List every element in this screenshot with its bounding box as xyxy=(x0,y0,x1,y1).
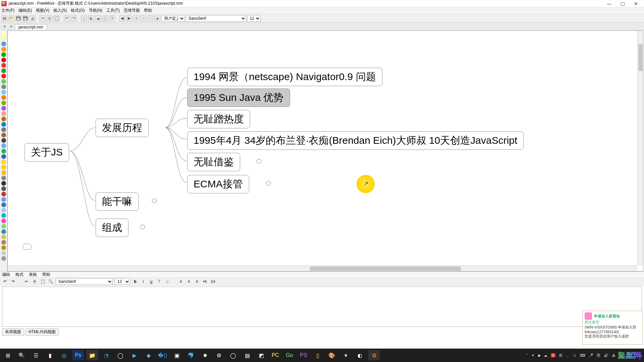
note-align-left-icon[interactable]: ≡ xyxy=(178,279,184,285)
mindmap-node-selected[interactable]: 1995 Sun Java 优势 xyxy=(187,88,290,107)
mindmap-node[interactable]: 1994 网景（netscape) Navigator0.9 问题 xyxy=(187,68,382,86)
note-menu-table[interactable]: 表格 xyxy=(29,272,37,278)
note-clear-icon[interactable]: ⦸ xyxy=(164,279,170,285)
palette-icon[interactable] xyxy=(1,47,6,52)
collapse-handle-icon[interactable] xyxy=(152,198,157,203)
ime-punct-icon[interactable]: ， xyxy=(566,353,570,358)
note-color-icon[interactable]: T xyxy=(156,279,162,285)
document-tab[interactable]: javascript.mm xyxy=(15,24,47,30)
maximize-button[interactable]: ▢ xyxy=(616,1,629,6)
palette-icon[interactable] xyxy=(1,165,6,170)
palette-icon[interactable] xyxy=(1,122,6,127)
bold-icon[interactable]: b xyxy=(88,15,94,21)
palette-icon[interactable] xyxy=(1,138,6,143)
collapse-handle-icon[interactable] xyxy=(140,225,145,229)
palette-icon[interactable] xyxy=(1,181,6,186)
open-file-icon[interactable]: 📂 xyxy=(8,15,14,21)
font-select[interactable]: SansSerif xyxy=(186,15,246,22)
ime-emoji-icon[interactable]: ☺ xyxy=(573,353,577,357)
mindmap-root[interactable]: 关于JS xyxy=(24,143,69,162)
palette-icon[interactable] xyxy=(1,90,6,95)
minimize-button[interactable]: — xyxy=(602,1,616,6)
note-textarea[interactable] xyxy=(2,287,642,327)
collapse-icon[interactable]: ◦ xyxy=(147,15,153,21)
tab-close-icon[interactable]: ✕ xyxy=(8,24,14,30)
ime-simp[interactable]: 简 xyxy=(597,353,600,358)
palette-icon[interactable] xyxy=(1,229,6,234)
app-icon[interactable]: 🎨 xyxy=(326,350,337,360)
tray-icon[interactable]: ◆ xyxy=(538,353,540,358)
phpstorm-icon[interactable]: PS xyxy=(298,350,309,360)
palette-icon[interactable] xyxy=(1,256,6,261)
palette-icon[interactable] xyxy=(1,240,6,245)
new-file-icon[interactable]: ▤ xyxy=(1,15,7,21)
chrome-icon[interactable]: ◯ xyxy=(115,350,126,360)
palette-icon[interactable] xyxy=(1,219,6,223)
settings-icon[interactable]: ⚙ xyxy=(213,350,225,360)
palette-icon[interactable] xyxy=(1,101,6,105)
app-icon[interactable]: ◎ xyxy=(58,350,70,360)
palette-icon[interactable] xyxy=(1,213,6,218)
ime-mic-icon[interactable]: 🎤 xyxy=(589,353,593,358)
collapse-handle-icon[interactable] xyxy=(257,159,261,164)
palette-icon[interactable] xyxy=(1,84,6,89)
copy-icon[interactable]: ⎘ xyxy=(47,15,53,21)
expand-icon[interactable]: ● xyxy=(154,15,160,21)
note-find-icon[interactable]: 🔍 xyxy=(48,279,54,285)
cloud-icon[interactable]: ☁ xyxy=(95,15,101,21)
menu-view[interactable]: 视图(V) xyxy=(36,8,49,13)
search-icon[interactable]: 🔍 xyxy=(16,350,28,360)
palette-icon[interactable] xyxy=(1,143,6,148)
palette-icon[interactable] xyxy=(1,160,6,164)
note-paste-icon[interactable]: 📋 xyxy=(40,279,46,285)
palette-icon[interactable] xyxy=(1,111,6,116)
palette-icon[interactable] xyxy=(1,202,6,207)
edge-icon[interactable]: ◔ xyxy=(101,350,112,360)
palette-icon[interactable] xyxy=(1,95,6,100)
nav-fwd-icon[interactable]: ▶ xyxy=(126,15,132,21)
note-align-center-icon[interactable]: ≡ xyxy=(186,279,192,285)
mindmap-node-clipped[interactable] xyxy=(23,244,32,250)
note-undo-icon[interactable]: ↶ xyxy=(2,279,8,285)
menu-edit[interactable]: 编辑(E) xyxy=(18,8,32,13)
menu-nav[interactable]: 导航(N) xyxy=(89,8,103,13)
palette-icon[interactable] xyxy=(1,63,6,68)
notification-popup[interactable]: 申请加入群通知 四大皆空 (WIN-VISIOIT0388) 申请加入群 fel… xyxy=(582,311,643,345)
note-list-number-icon[interactable]: 1≡ xyxy=(210,279,216,285)
palette-icon[interactable] xyxy=(1,52,6,57)
undo-icon[interactable]: ↶ xyxy=(64,15,70,21)
palette-icon[interactable] xyxy=(1,176,6,180)
palette-icon[interactable] xyxy=(1,197,6,202)
goland-icon[interactable]: Go xyxy=(284,350,295,360)
note-bold-icon[interactable]: b xyxy=(132,279,138,285)
explorer-icon[interactable]: 📁 xyxy=(87,350,98,360)
taskview-icon[interactable]: ☰ xyxy=(30,350,42,360)
start-button[interactable]: ⊞ xyxy=(2,350,13,360)
note-italic-icon[interactable]: i xyxy=(140,279,146,285)
palette-icon[interactable] xyxy=(1,192,6,196)
note-underline-icon[interactable]: u xyxy=(148,279,154,285)
palette-icon[interactable] xyxy=(1,186,6,191)
menu-mindmap[interactable]: 思维导图 xyxy=(124,8,140,13)
app-icon[interactable]: ✸ xyxy=(199,350,211,360)
palette-icon[interactable] xyxy=(1,251,6,255)
palette-icon[interactable] xyxy=(1,149,6,154)
note-size-select[interactable]: 12 xyxy=(115,278,130,285)
menu-file[interactable]: 文件(F) xyxy=(1,8,14,13)
vertical-scrollbar[interactable] xyxy=(637,31,643,265)
note-list-bullet-icon[interactable]: •≡ xyxy=(202,279,208,285)
note-menu-format[interactable]: 格式 xyxy=(15,272,23,278)
tab-close-left-icon[interactable]: ✕ xyxy=(1,24,7,30)
palette-icon[interactable] xyxy=(1,68,6,73)
save-icon[interactable]: 💾 xyxy=(15,15,21,21)
nav-back-icon[interactable]: ◀ xyxy=(119,15,125,21)
menu-insert[interactable]: 插入(S) xyxy=(53,8,67,13)
app-icon[interactable]: ◆ xyxy=(143,350,154,360)
note-font-select[interactable]: SansSerif xyxy=(56,278,113,285)
mindmap-node[interactable]: 无耻借鉴 xyxy=(187,153,240,171)
app-icon[interactable]: ▤ xyxy=(241,350,253,360)
palette-icon[interactable] xyxy=(1,79,6,84)
vscode-icon[interactable]: �⟨⟩ xyxy=(157,350,168,360)
saveas-icon[interactable]: 💾 xyxy=(22,15,29,21)
tray-volume-icon[interactable]: 🔊 xyxy=(604,353,608,358)
